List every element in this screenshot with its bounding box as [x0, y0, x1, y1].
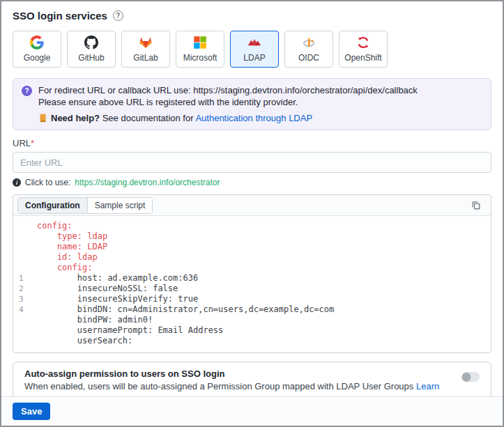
- provider-tile-gitlab[interactable]: GitLab: [121, 31, 170, 68]
- provider-tile-github[interactable]: GitHub: [67, 31, 116, 68]
- auto-assign-description: When enabled, users will be auto-assigne…: [24, 381, 413, 391]
- page-header: SSO login services ?: [13, 10, 491, 22]
- click-to-use-link[interactable]: https://staging.devtron.info/orchestrato…: [75, 178, 220, 187]
- tab-sample-script[interactable]: Sample script: [88, 198, 153, 213]
- code-line: name: LDAP: [13, 242, 491, 252]
- banner-line-1: For redirect URL or callback URL use: ht…: [38, 84, 418, 96]
- auto-assign-title: Auto-assign permission to users on SSO l…: [24, 368, 461, 380]
- code-line: 4 bindDN: cn=Administrator,cn=users,dc=e…: [13, 304, 491, 315]
- auto-assign-toggle[interactable]: [461, 372, 480, 382]
- url-label-row: URL*: [13, 138, 491, 148]
- editor-toolbar: Configuration Sample script: [13, 195, 491, 216]
- url-input[interactable]: [13, 152, 491, 173]
- provider-label: Microsoft: [183, 53, 217, 63]
- copy-button[interactable]: [471, 201, 481, 210]
- microsoft-icon: [193, 36, 207, 49]
- google-icon: [30, 36, 44, 49]
- copy-icon: [471, 201, 481, 210]
- code-line: 3 insecureSkipVerify: true: [13, 294, 491, 304]
- openshift-icon: [356, 36, 370, 49]
- banner-line-2: Please ensure above URL is registered wi…: [38, 96, 418, 108]
- required-asterisk: *: [31, 138, 34, 148]
- click-to-use-row: i Click to use: https://staging.devtron.…: [13, 178, 491, 187]
- need-help-text: See documentation for: [102, 113, 194, 123]
- url-label: URL: [13, 138, 31, 148]
- provider-tile-microsoft[interactable]: Microsoft: [176, 31, 224, 68]
- ldap-docs-link[interactable]: Authentication through LDAP: [195, 113, 312, 123]
- info-icon: i: [13, 178, 21, 187]
- code-line: bindPW: admin0!: [13, 315, 491, 325]
- provider-label: GitLab: [133, 53, 158, 63]
- provider-label: OIDC: [298, 53, 319, 63]
- help-icon[interactable]: ?: [113, 10, 123, 21]
- redirect-url-banner: ? For redirect URL or callback URL use: …: [13, 78, 491, 130]
- provider-tile-openshift[interactable]: OpenShift: [339, 31, 388, 68]
- code-line: id: ldap: [13, 252, 491, 263]
- page-footer: Save: [1, 396, 503, 426]
- provider-tile-oidc[interactable]: OIDC: [284, 31, 333, 68]
- provider-tile-google[interactable]: Google: [13, 31, 61, 68]
- need-help-label: Need help?: [51, 113, 100, 123]
- click-to-use-label: Click to use:: [25, 178, 70, 187]
- code-line: 2 insecureNoSSL: false: [13, 284, 491, 294]
- save-button[interactable]: Save: [13, 403, 50, 420]
- sso-settings-page: SSO login services ? Google: [0, 0, 504, 427]
- gitlab-icon: [139, 36, 153, 49]
- editor-tabs: Configuration Sample script: [17, 197, 153, 214]
- code-line: 1 host: ad.example.com:636: [13, 273, 491, 284]
- provider-label: GitHub: [78, 53, 104, 63]
- ldap-icon: [247, 36, 261, 49]
- provider-label: Google: [24, 53, 51, 63]
- provider-tile-ldap[interactable]: LDAP: [230, 31, 279, 68]
- tab-configuration[interactable]: Configuration: [18, 198, 88, 213]
- page-title: SSO login services: [13, 10, 107, 22]
- book-icon: [38, 114, 47, 123]
- question-circle-icon: ?: [22, 86, 32, 96]
- provider-label: LDAP: [243, 53, 265, 63]
- sso-provider-tiles: Google GitHub: [13, 31, 491, 68]
- config-editor-card: Configuration Sample script config: type…: [13, 194, 491, 353]
- provider-label: OpenShift: [344, 53, 381, 63]
- github-icon: [84, 36, 98, 49]
- code-line: userSearch:: [13, 336, 491, 346]
- oidc-icon: [302, 36, 316, 49]
- code-line: config:: [13, 221, 491, 231]
- code-line: usernamePrompt: Email Address: [13, 325, 491, 336]
- toggle-knob: [462, 373, 471, 381]
- code-editor[interactable]: config: type: ldap name: LDAP id: ldap c…: [13, 216, 491, 352]
- code-line: config:: [13, 263, 491, 273]
- code-line: type: ldap: [13, 231, 491, 242]
